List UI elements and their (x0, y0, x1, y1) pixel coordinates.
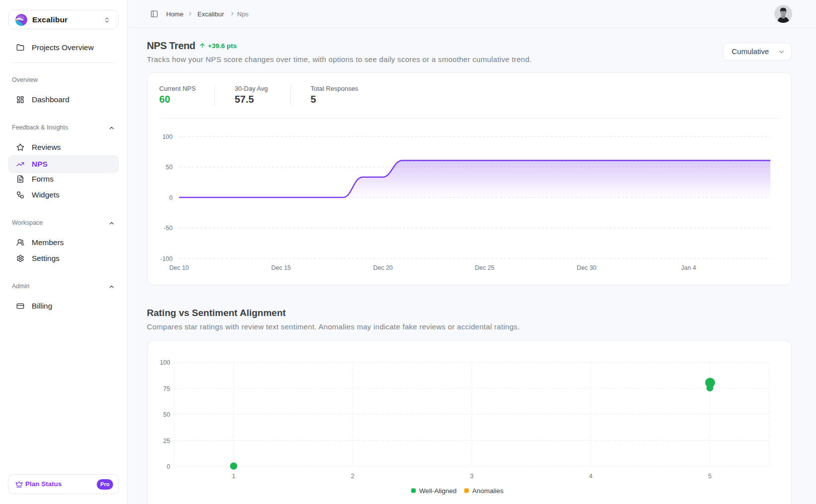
svg-text:5: 5 (708, 473, 712, 480)
svg-text:Well-Aligned: Well-Aligned (419, 487, 457, 495)
svg-text:4: 4 (589, 473, 593, 480)
svg-text:100: 100 (162, 133, 173, 140)
svg-text:3: 3 (470, 473, 474, 480)
svg-text:Dec 10: Dec 10 (169, 264, 189, 271)
svg-text:100: 100 (160, 359, 170, 366)
svg-text:1: 1 (232, 473, 236, 480)
svg-text:Dec 25: Dec 25 (475, 264, 495, 271)
svg-text:2: 2 (351, 473, 355, 480)
svg-text:50: 50 (163, 411, 170, 418)
svg-text:25: 25 (163, 438, 170, 444)
svg-text:-50: -50 (164, 225, 173, 232)
svg-text:Jan 4: Jan 4 (681, 264, 696, 271)
svg-text:0: 0 (169, 194, 173, 201)
svg-text:0: 0 (167, 463, 170, 470)
svg-text:Anomalies: Anomalies (472, 487, 503, 495)
svg-text:75: 75 (163, 385, 170, 392)
svg-text:Dec 20: Dec 20 (373, 264, 393, 271)
svg-text:Dec 30: Dec 30 (577, 264, 597, 271)
svg-text:-100: -100 (160, 255, 173, 262)
svg-text:50: 50 (166, 164, 173, 171)
svg-text:Dec 15: Dec 15 (271, 264, 291, 271)
